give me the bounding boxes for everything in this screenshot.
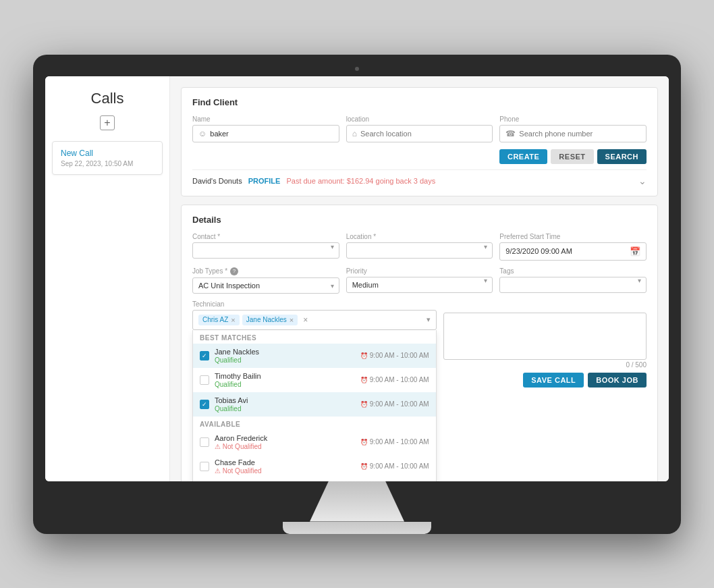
dropdown-aaron-info: Aaron Frederick ⚠ Not Qualified [215, 434, 360, 450]
dropdown-aaron-name: Aaron Frederick [215, 434, 360, 442]
job-type-label-row: Job Types * ? [192, 267, 339, 275]
notes-column: 0 / 500 SAVE CALL BOOK JOB [443, 300, 647, 481]
monitor-base [283, 522, 431, 534]
find-client-fields: Name ☺ location ⌂ Phon [192, 115, 647, 142]
dropdown-jane-info: Jane Nackles Qualified [215, 348, 360, 364]
calendar-icon[interactable]: 📅 [630, 246, 640, 257]
dropdown-checkbox-chase [200, 462, 209, 471]
details-row-3: Technician Chris AZ × Jane Nackles × [192, 300, 647, 481]
chevron-down-icon[interactable]: ⌄ [638, 176, 647, 186]
details-row-1: Contact * Location * Preferred Start Tim… [192, 233, 647, 261]
dropdown-timothy-info: Timothy Bailin Qualified [215, 372, 360, 388]
sidebar-title: Calls [45, 90, 169, 107]
tags-field: Tags [499, 267, 647, 294]
dropdown-item-aaron[interactable]: Aaron Frederick ⚠ Not Qualified ⏰ 9:00 A… [193, 430, 436, 454]
phone-input[interactable] [519, 130, 640, 138]
dropdown-chase-time: ⏰ 9:00 AM - 10:00 AM [360, 462, 429, 470]
tech-tag-chris: Chris AZ × [198, 315, 240, 325]
job-type-select[interactable]: AC Unit Inspection [192, 277, 339, 294]
monitor-stand [310, 481, 404, 522]
dropdown-tobias-time: ⏰ 9:00 AM - 10:00 AM [360, 400, 429, 408]
dropdown-checkbox-timothy [200, 375, 209, 385]
clock-icon-5: ⏰ [360, 463, 368, 470]
call-list-item[interactable]: New Call Sep 22, 2023, 10:50 AM [52, 141, 163, 175]
dropdown-jane-time: ⏰ 9:00 AM - 10:00 AM [360, 352, 429, 359]
add-call-button[interactable]: + [45, 115, 169, 130]
action-buttons: SAVE CALL BOOK JOB [443, 373, 647, 387]
main-content: Find Client Name ☺ location ⌂ [170, 76, 669, 481]
clock-icon-2: ⏰ [360, 377, 368, 383]
plus-icon: + [100, 115, 115, 130]
call-item-name: New Call [61, 149, 154, 158]
details-title: Details [192, 215, 647, 225]
notes-textarea[interactable] [443, 313, 647, 360]
dropdown-timothy-name: Timothy Bailin [215, 372, 360, 380]
job-type-field: Job Types * ? AC Unit Inspection [192, 267, 339, 294]
dropdown-chase-info: Chase Fade ⚠ Not Qualified [215, 458, 360, 475]
clock-icon: ⏰ [360, 352, 368, 359]
tech-clear-icon[interactable]: × [303, 315, 308, 325]
details-card: Details Contact * Location * [181, 205, 658, 481]
contact-field: Contact * [192, 233, 339, 261]
not-qualified-icon-chase: ⚠ [215, 467, 221, 475]
dropdown-item-tobias[interactable]: ✓ Tobias Avi Qualified ⏰ 9:00 AM - 10:00… [193, 392, 436, 417]
technician-label: Technician [192, 300, 437, 308]
tech-dropdown-arrow[interactable]: ▾ [427, 315, 431, 324]
tech-multiselect[interactable]: Chris AZ × Jane Nackles × × ▾ [192, 310, 437, 330]
client-overdue-text: Past due amount: $162.94 going back 3 da… [286, 177, 435, 185]
tech-tag-jane: Jane Nackles × [242, 315, 298, 325]
tech-tag-chris-remove[interactable]: × [231, 316, 235, 324]
location-input[interactable] [360, 130, 487, 138]
name-field: Name ☺ [192, 115, 339, 142]
client-result-row: David's Donuts PROFILE Past due amount: … [192, 169, 647, 186]
book-job-button[interactable]: BOOK JOB [588, 373, 647, 387]
reset-button[interactable]: RESET [551, 149, 593, 164]
dropdown-tobias-status: Qualified [215, 405, 360, 412]
dropdown-tobias-name: Tobias Avi [215, 396, 360, 404]
location-input-wrapper: ⌂ [346, 125, 493, 142]
dropdown-jane-status: Qualified [215, 356, 360, 364]
tags-select[interactable] [499, 277, 647, 293]
name-input[interactable] [210, 130, 333, 138]
dropdown-checkbox-jane: ✓ [200, 351, 209, 360]
job-type-select-wrapper: AC Unit Inspection [192, 277, 339, 294]
dropdown-item-jane[interactable]: ✓ Jane Nackles Qualified ⏰ 9:00 AM - 10:… [193, 344, 436, 368]
client-profile-link[interactable]: PROFILE [248, 177, 281, 185]
start-time-field: Preferred Start Time 📅 [499, 233, 647, 261]
monitor-screen: Calls + New Call Sep 22, 2023, 10:50 AM … [45, 76, 669, 481]
dropdown-aaron-status: ⚠ Not Qualified [215, 443, 360, 450]
job-type-label: Job Types * [192, 267, 227, 275]
search-button[interactable]: SEARCH [597, 149, 647, 164]
notes-counter: 0 / 500 [443, 361, 647, 369]
sidebar: Calls + New Call Sep 22, 2023, 10:50 AM [45, 76, 170, 481]
details-row-2: Job Types * ? AC Unit Inspection Priorit… [192, 267, 647, 294]
contact-select[interactable] [192, 242, 339, 259]
technician-dropdown: Best Matches ✓ Jane Nackles Qualified [192, 330, 437, 481]
technician-column: Technician Chris AZ × Jane Nackles × [192, 300, 437, 481]
tech-tag-chris-name: Chris AZ [202, 316, 228, 323]
find-client-title: Find Client [192, 97, 647, 107]
find-client-card: Find Client Name ☺ location ⌂ [181, 87, 658, 196]
available-label: Available [193, 417, 436, 430]
priority-label: Priority [346, 267, 493, 275]
location-details-field: Location * [346, 233, 493, 261]
location-details-select[interactable] [346, 242, 493, 259]
tech-tag-jane-remove[interactable]: × [290, 316, 294, 324]
start-time-input[interactable] [505, 247, 630, 255]
phone-icon: ☎ [505, 129, 516, 138]
phone-input-wrapper: ☎ [499, 125, 647, 142]
monitor: Calls + New Call Sep 22, 2023, 10:50 AM … [33, 55, 681, 534]
dropdown-item-joseph[interactable]: Joseph Gonzalez ⚠ Not Qualified ⏰ 9:00 A… [193, 479, 436, 481]
clock-icon-3: ⏰ [360, 401, 368, 408]
camera-dot [355, 67, 359, 71]
tags-label: Tags [499, 267, 647, 275]
clock-icon-4: ⏰ [360, 439, 368, 446]
save-call-button[interactable]: SAVE CALL [523, 373, 584, 387]
phone-label: Phone [499, 115, 647, 123]
priority-select[interactable]: Medium [346, 277, 493, 293]
create-button[interactable]: CREATE [499, 149, 547, 164]
client-name: David's Donuts [192, 177, 242, 185]
dropdown-item-chase[interactable]: Chase Fade ⚠ Not Qualified ⏰ 9:00 AM - 1… [193, 454, 436, 479]
dropdown-item-timothy[interactable]: Timothy Bailin Qualified ⏰ 9:00 AM - 10:… [193, 368, 436, 392]
help-icon[interactable]: ? [230, 267, 238, 275]
